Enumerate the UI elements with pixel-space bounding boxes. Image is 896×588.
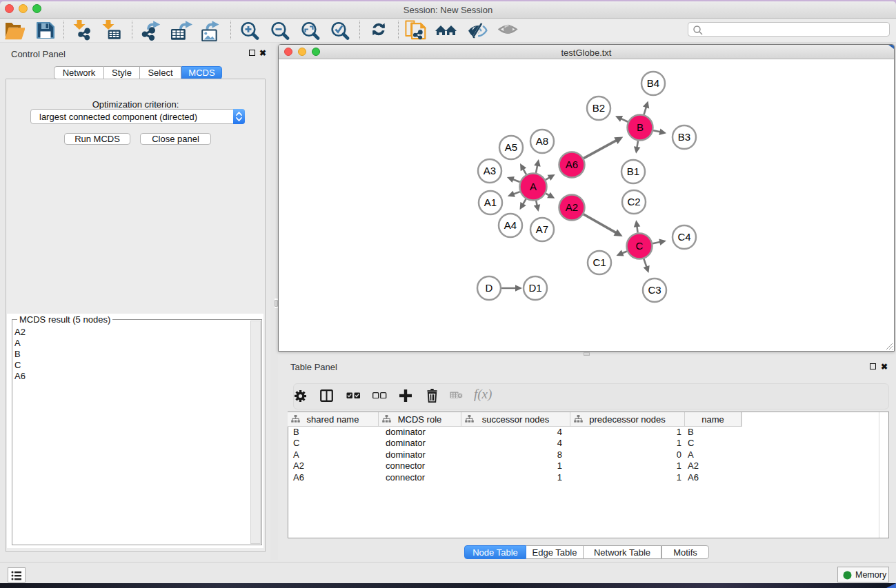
- svg-text:A2: A2: [566, 201, 578, 213]
- svg-text:A8: A8: [536, 135, 548, 147]
- svg-text:B: B: [637, 121, 644, 133]
- svg-text:D1: D1: [528, 282, 541, 294]
- svg-text:C1: C1: [593, 256, 606, 268]
- svg-text:B4: B4: [647, 77, 659, 89]
- svg-text:B2: B2: [593, 102, 605, 114]
- svg-text:B1: B1: [627, 165, 639, 177]
- svg-text:A1: A1: [484, 196, 497, 208]
- svg-text:A5: A5: [505, 141, 517, 153]
- svg-text:A3: A3: [484, 165, 496, 176]
- svg-text:A: A: [530, 181, 537, 192]
- svg-text:A7: A7: [536, 223, 548, 235]
- svg-text:A6: A6: [566, 159, 578, 170]
- svg-text:C3: C3: [648, 284, 661, 296]
- svg-text:A4: A4: [504, 219, 517, 231]
- svg-text:C2: C2: [627, 196, 640, 207]
- svg-text:f(x): f(x): [474, 388, 492, 402]
- svg-text:C: C: [636, 240, 644, 252]
- svg-text:D: D: [486, 282, 493, 294]
- svg-text:C4: C4: [677, 231, 690, 243]
- svg-text:B3: B3: [678, 131, 690, 143]
